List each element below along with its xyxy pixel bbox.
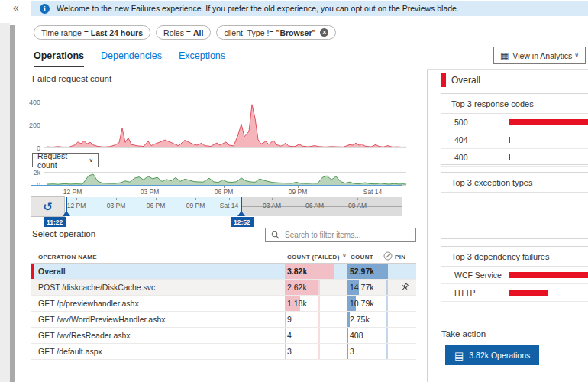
brush-handle-left-grip[interactable] [63,211,70,216]
remove-filter-icon[interactable]: ✕ [320,28,328,37]
axis-tick-label: 12 PM [67,202,86,209]
card-title: Top 3 dependency failures [441,247,588,267]
card-row[interactable]: HTTP [441,284,588,302]
table-row[interactable]: GET /default.aspx33 [31,344,416,360]
axis-tick-label: 06 PM [215,188,234,196]
card-row-bar [509,154,510,160]
failed-count-value: 2.62k [287,283,307,292]
card-row[interactable]: 500 [441,114,588,131]
col-pin: PIN [395,254,405,261]
failed-count-value: 3 [287,347,292,356]
brush-reset-button[interactable]: ↺ [31,196,65,217]
axis-tick [272,198,273,200]
axis-tick-label: 03 AM [263,202,281,209]
card-row-bar [509,137,510,143]
table-row[interactable]: GET /wv/WordPreviewHandler.ashx92.75k [31,312,416,328]
axis-tick [116,198,117,200]
sort-desc-icon[interactable]: ∨ [342,252,347,259]
failed-bar-max-line [318,312,320,327]
filter-pill-0[interactable]: Time range = Last 24 hours [34,25,150,40]
table-row[interactable]: GET /wv/ResReader.ashx4408 [31,328,416,344]
failed-count-value: 9 [287,315,292,324]
filter-value: All [193,28,203,37]
overall-legend-chip [441,73,446,87]
row-selected-chip [31,264,34,279]
card-row-label: HTTP [454,288,475,297]
col-count-failed[interactable]: COUNT (FAILED) [287,254,340,261]
tab-dependencies[interactable]: Dependencies [101,50,162,67]
axis-tick-label: 06 AM [305,202,324,209]
axis-tick [357,198,358,200]
axis-tick-label: 03 PM [141,188,160,196]
count-value: 10.79k [350,299,374,308]
card-row-label: 404 [454,135,468,144]
y-tick-label: 400 [25,99,40,106]
metric-selector-dropdown[interactable]: Request count ∨ [32,153,99,167]
failed-bar-max-line [318,280,320,295]
failed-count-bar [285,312,286,327]
count-bar-max-line [386,328,388,343]
card-row[interactable]: 404 [441,131,588,149]
view-in-analytics-dropdown[interactable]: ▦ View in Analytics ∨ [493,47,586,64]
search-icon [271,231,279,239]
card-row[interactable]: WCF Service [441,267,588,284]
count-value: 52.97k [350,267,374,276]
operation-name: GET /wv/WordPreviewHandler.ashx [38,315,166,324]
count-value: 14.77k [350,283,374,292]
panel-top-divider [427,69,588,70]
pin-icon[interactable] [399,282,410,293]
chevron-down-icon: ∨ [89,157,94,163]
search-input[interactable] [283,230,409,240]
metric-selector-label: Request count [37,151,89,170]
scrollbar-track[interactable] [0,23,10,382]
collapse-blade-icon[interactable]: « [13,2,19,14]
table-row[interactable]: Overall3.82k52.97k [31,264,416,280]
scrollbar-thumb[interactable] [10,25,15,382]
filter-pill-1[interactable]: Roles = All [156,25,211,40]
chevron-down-icon: ∨ [574,52,579,59]
failed-bar-max-line [318,296,320,311]
axis-tick-label: 06 PM [147,202,166,209]
card-title: Top 3 exception types [441,173,588,193]
failed-count-value: 1.18k [287,299,307,308]
card-row-label: 500 [454,118,468,127]
brush-handle-right-grip[interactable] [237,211,245,216]
card-row-bar [509,272,588,278]
tab-operations[interactable]: Operations [34,50,84,67]
filter-pill-2[interactable]: client_Type != "Browser"✕ [216,25,336,40]
axis-tick-label: 03 PM [107,202,126,209]
summary-card: Top 3 response codes500404400 [441,93,588,165]
axis-tick-label: Sat 14 [363,188,383,196]
reset-zoom-icon: ↺ [43,201,53,212]
axis-tick-label: Sat 14 [220,202,239,209]
search-box[interactable] [265,228,416,242]
operation-name: POST /diskcache/DiskCache.svc [38,283,155,292]
summary-card: Top 3 exception types [441,172,588,239]
summary-card: Top 3 dependency failuresWCF ServiceHTTP [441,246,588,316]
filter-label: client_Type != [224,28,273,37]
count-bar [347,328,348,343]
col-operation-name: OPERATION NAME [38,254,97,261]
table-row[interactable]: POST /diskcache/DiskCache.svc2.62k14.77k [31,280,416,296]
table-row[interactable]: GET /p/previewhandler.ashx1.18k10.79k [31,296,416,312]
axis-tick-label: 12 PM [63,188,82,196]
card-row[interactable]: 400 [441,149,588,167]
axis-tick [229,198,230,200]
failed-request-area-chart [47,88,406,153]
count-value: 3 [350,347,354,356]
axis-tick [76,198,77,200]
filter-pill-bar: Time range = Last 24 hoursRoles = Allcli… [34,25,336,40]
tab-exceptions[interactable]: Exceptions [179,50,225,67]
axis-tick [315,198,315,200]
axis-tick-label: 09 AM [348,202,367,209]
y-tick-label: 2k [25,169,40,176]
panel-divider [427,70,428,382]
brush-end-time-badge: 12:52 [231,217,254,227]
failed-request-count-title: Failed request count [32,74,111,83]
take-action-title: Take action [441,329,486,338]
list-icon: ▤ [454,351,464,361]
count-bar-max-line [386,344,388,359]
count-bar [347,344,348,359]
col-count[interactable]: COUNT [351,254,373,261]
operations-action-button[interactable]: ▤ 3.82k Operations [445,345,539,365]
